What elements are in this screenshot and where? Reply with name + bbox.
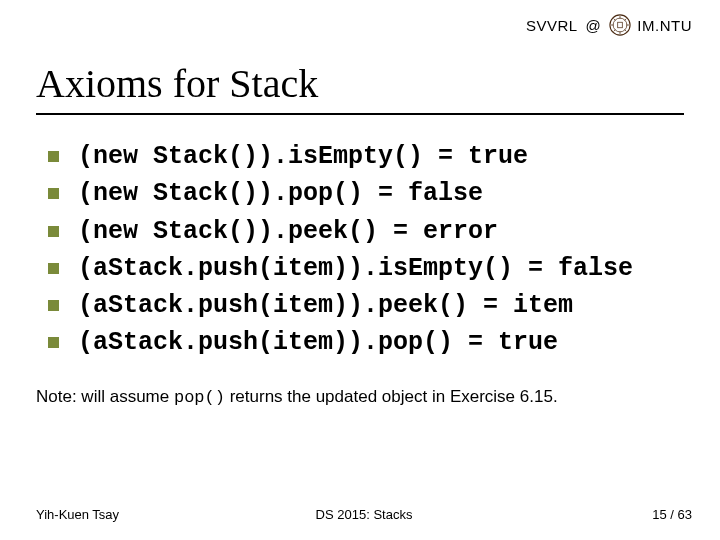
svg-line-6 [614, 18, 616, 20]
list-item: (aStack.push(item)).pop() = true [42, 327, 692, 358]
brand-right: IM.NTU [637, 17, 692, 34]
svg-line-9 [625, 18, 627, 20]
footer: Yih-Kuen Tsay DS 2015: Stacks 15 / 63 [36, 507, 692, 522]
list-item: (new Stack()).peek() = error [42, 216, 692, 247]
header-row: SVVRL @ [36, 10, 692, 36]
brand: SVVRL @ [526, 14, 692, 36]
slide: SVVRL @ [0, 0, 720, 540]
note-prefix: Note: will assume [36, 387, 174, 406]
footer-course: DS 2015: Stacks [316, 507, 413, 522]
note-suffix: returns the updated object in Exercise 6… [225, 387, 558, 406]
page-title: Axioms for Stack [36, 60, 692, 107]
svg-line-7 [625, 30, 627, 32]
svg-rect-10 [618, 22, 623, 28]
axioms-list: (new Stack()).isEmpty() = true (new Stac… [36, 141, 692, 359]
note: Note: will assume pop() returns the upda… [36, 387, 692, 407]
brand-left: SVVRL [526, 17, 578, 34]
brand-at: @ [586, 17, 602, 34]
list-item: (aStack.push(item)).peek() = item [42, 290, 692, 321]
note-code: pop() [174, 388, 225, 407]
footer-page: 15 / 63 [652, 507, 692, 522]
list-item: (new Stack()).isEmpty() = true [42, 141, 692, 172]
svg-line-8 [614, 30, 616, 32]
ntu-seal-icon [609, 14, 631, 36]
title-rule [36, 113, 684, 115]
list-item: (aStack.push(item)).isEmpty() = false [42, 253, 692, 284]
footer-author: Yih-Kuen Tsay [36, 507, 119, 522]
list-item: (new Stack()).pop() = false [42, 178, 692, 209]
